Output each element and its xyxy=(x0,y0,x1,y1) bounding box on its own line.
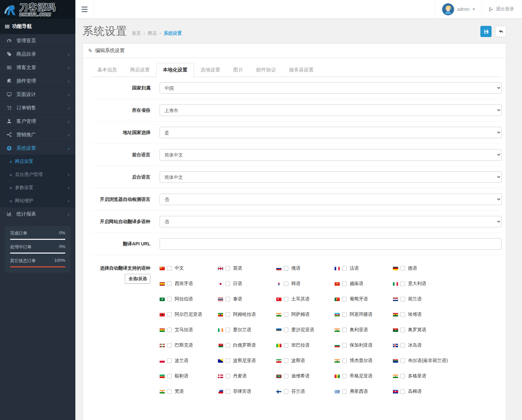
language-checkbox-26[interactable] xyxy=(225,343,230,348)
brand-logo[interactable]: 刀客源码 DKEWL.COM xyxy=(0,0,75,19)
user-menu[interactable]: admin xyxy=(435,0,482,18)
sidebar-subitem-maintenance[interactable]: » 网站维护 › xyxy=(0,194,75,207)
sidebar-item-sales[interactable]: 订单销售 › xyxy=(0,101,75,114)
language-option: 蒂格尼亚语 xyxy=(335,372,393,380)
language-checkbox-20[interactable] xyxy=(167,328,172,332)
language-checkbox-13[interactable] xyxy=(342,297,347,301)
language-checkbox-36[interactable] xyxy=(225,374,230,378)
sidebar-item-customers[interactable]: 客户管理 › xyxy=(0,115,75,128)
tab-options[interactable]: 选项设置 xyxy=(194,63,227,77)
sidebar-item-extensions[interactable]: 插件管理 › xyxy=(0,74,75,87)
sidebar-item-reports[interactable]: 统计报表 › xyxy=(0,207,75,220)
language-option: 越南语 xyxy=(335,280,393,288)
sidebar-item-dashboard[interactable]: 管理首页 › xyxy=(0,34,75,47)
language-checkbox-5[interactable] xyxy=(167,281,172,286)
al-flag-icon xyxy=(160,313,165,316)
language-checkbox-18[interactable] xyxy=(342,312,347,317)
language-checkbox-21[interactable] xyxy=(225,328,230,332)
languages-row: 选择自动翻译支持的语种 全选/反选 中文 英语 俄语 法语 德语 西班牙语 日语 xyxy=(91,255,502,401)
select-all-button[interactable]: 全选/反选 xyxy=(125,274,150,284)
logout-button[interactable]: 退出登录 xyxy=(482,0,522,18)
language-checkbox-8[interactable] xyxy=(342,281,347,286)
language-checkbox-40[interactable] xyxy=(167,389,172,394)
sidebar-item-system[interactable]: 系统设置 › xyxy=(0,142,75,155)
browser-language-detect-select[interactable]: 否 xyxy=(160,194,502,205)
language-checkbox-9[interactable] xyxy=(400,281,405,286)
language-checkbox-24[interactable] xyxy=(400,328,405,332)
language-checkbox-1[interactable] xyxy=(225,266,230,271)
back-button[interactable] xyxy=(495,26,506,37)
language-checkbox-11[interactable] xyxy=(225,297,230,301)
language-checkbox-25[interactable] xyxy=(167,343,172,348)
language-checkbox-33[interactable] xyxy=(342,358,347,363)
tab-image[interactable]: 图片 xyxy=(227,63,250,77)
sidebar-subitem-store-settings[interactable]: » 网店设置 › xyxy=(0,155,75,168)
language-checkbox-44[interactable] xyxy=(400,389,405,394)
language-option: 爱沙尼亚语 xyxy=(276,326,335,334)
chart-icon xyxy=(7,211,12,217)
language-checkbox-4[interactable] xyxy=(400,266,405,271)
order-stats-panel: 完成订单0% 处理中订单0% 其它状态订单100% xyxy=(5,226,70,273)
language-checkbox-34[interactable] xyxy=(400,358,405,363)
language-checkbox-22[interactable] xyxy=(284,328,288,332)
address-country-select[interactable]: 是 xyxy=(160,127,502,138)
tab-basic[interactable]: 基本信息 xyxy=(91,63,124,77)
sidebar-toggle-button[interactable] xyxy=(75,0,94,18)
language-checkbox-15[interactable] xyxy=(167,312,172,317)
auto-translate-select[interactable]: 否 xyxy=(160,216,502,227)
pencil-icon: ✎ xyxy=(88,48,92,54)
tab-server[interactable]: 服务器设置 xyxy=(282,63,320,77)
language-checkbox-12[interactable] xyxy=(284,297,288,301)
language-checkbox-14[interactable] xyxy=(400,297,405,301)
sidebar-item-blog[interactable]: 博客文章 › xyxy=(0,61,75,74)
sidebar-item-catalog[interactable]: 商品目录 › xyxy=(0,48,75,61)
language-checkbox-7[interactable] xyxy=(284,281,288,286)
language-checkbox-38[interactable] xyxy=(342,374,347,378)
cart-icon xyxy=(7,105,12,110)
tab-store[interactable]: 商店设置 xyxy=(124,63,156,77)
language-checkbox-2[interactable] xyxy=(284,266,288,271)
tab-localisation[interactable]: 本地化设置 xyxy=(156,63,194,77)
tab-mail[interactable]: 邮件协议 xyxy=(250,63,282,77)
breadcrumb-item[interactable]: 商店 xyxy=(148,30,157,36)
language-checkbox-0[interactable] xyxy=(167,266,172,271)
sidebar-subitem-admin-users[interactable]: » 后台用户管理 › xyxy=(0,168,75,181)
language-checkbox-35[interactable] xyxy=(167,374,172,378)
sidebar-item-marketing[interactable]: 营销推广 › xyxy=(0,128,75,141)
language-checkbox-32[interactable] xyxy=(284,358,288,363)
language-option: 中文 xyxy=(160,264,218,272)
language-checkbox-31[interactable] xyxy=(225,358,230,363)
language-option: 布尔语(南非荷兰语) xyxy=(393,357,451,365)
th-flag-icon xyxy=(218,297,223,301)
language-checkbox-27[interactable] xyxy=(284,343,288,348)
language-checkbox-30[interactable] xyxy=(167,358,172,363)
sidebar-item-design[interactable]: 页面设计 › xyxy=(0,88,75,101)
language-checkbox-41[interactable] xyxy=(225,389,230,394)
language-checkbox-28[interactable] xyxy=(342,343,347,348)
language-checkbox-37[interactable] xyxy=(284,374,288,378)
language-option: 泰语 xyxy=(218,295,276,303)
form-row: 翻译API URL xyxy=(91,233,502,255)
zone-select[interactable]: 上海市 xyxy=(160,105,502,116)
language-checkbox-19[interactable] xyxy=(400,312,405,317)
language-option: 葡萄牙语 xyxy=(335,295,393,303)
admin-language-select[interactable]: 简体中文 xyxy=(160,171,502,183)
language-checkbox-23[interactable] xyxy=(342,328,347,332)
language-checkbox-16[interactable] xyxy=(225,312,230,317)
language-checkbox-42[interactable] xyxy=(284,389,288,394)
breadcrumb-item[interactable]: 首页 xyxy=(132,30,141,36)
frontend-language-select[interactable]: 简体中文 xyxy=(160,149,502,161)
sidebar-subitem-parameters[interactable]: » 参数设置 › xyxy=(0,181,75,194)
country-select[interactable]: 中国 xyxy=(160,82,502,94)
language-checkbox-39[interactable] xyxy=(400,374,405,378)
translate-api-url-input[interactable] xyxy=(160,238,502,250)
language-checkbox-43[interactable] xyxy=(342,389,347,394)
language-checkbox-29[interactable] xyxy=(400,343,405,348)
save-button[interactable] xyxy=(480,26,492,37)
arab-flag-icon xyxy=(160,297,165,301)
language-option: 冰岛语 xyxy=(393,341,451,349)
language-checkbox-17[interactable] xyxy=(284,312,288,317)
language-checkbox-10[interactable] xyxy=(167,297,172,301)
language-checkbox-6[interactable] xyxy=(225,281,230,286)
language-checkbox-3[interactable] xyxy=(342,266,347,271)
